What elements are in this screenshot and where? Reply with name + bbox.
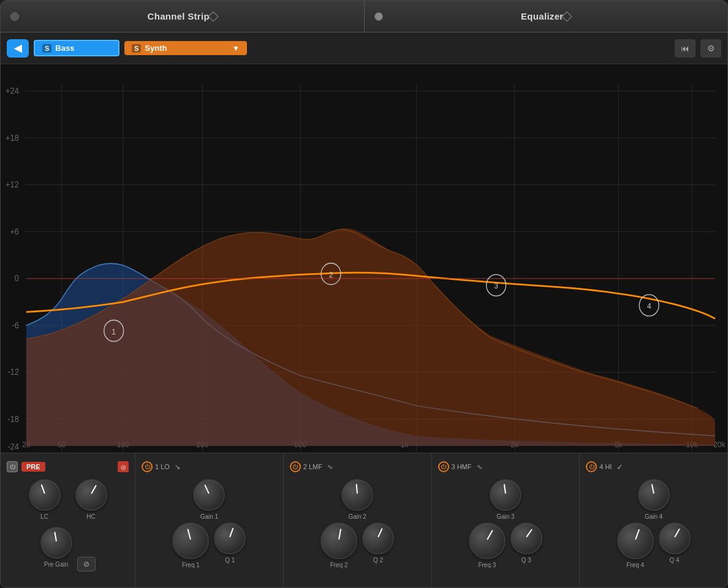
equalizer-circle — [374, 12, 383, 21]
band-3-gain-col: Gain 3 — [490, 479, 521, 520]
band-1-gain-label: Gain 1 — [200, 513, 218, 520]
band-4-freq-label: Freq 4 — [626, 562, 644, 568]
band-1-header: ⏻ 1 LO ↘ — [142, 458, 277, 475]
band-1-q-knob[interactable] — [214, 522, 246, 554]
hc-knob[interactable] — [75, 479, 107, 511]
phase-btn-col: ⊘ — [77, 522, 96, 571]
bass-track-tab[interactable]: S Bass — [34, 40, 119, 56]
band-2-freq-label: Freq 2 — [330, 562, 348, 568]
band-3-gain-knob[interactable] — [490, 479, 521, 511]
svg-text:-6: -6 — [12, 320, 19, 330]
synth-track-tab[interactable]: S Synth ▼ — [124, 41, 247, 55]
pre-section: ⏻ PRE ◎ LC HC Pre Gain — [1, 453, 135, 587]
pre-gain-knob[interactable] — [40, 527, 72, 559]
tab-bar: ◀ S Bass S Synth ▼ ⏮ ⚙ — [1, 32, 727, 64]
band-4-q-knob[interactable] — [659, 522, 691, 554]
band-2-gain-knob[interactable] — [341, 479, 373, 511]
pre-target-icon: ◎ — [118, 461, 129, 472]
equalizer-section: Equalizer — [365, 1, 728, 32]
settings-button[interactable]: ⚙ — [700, 39, 721, 58]
band-2-freq-col: Freq 2 — [320, 522, 357, 568]
band-3-bottom-row: Freq 3 Q 3 — [438, 522, 574, 568]
svg-text:-18: -18 — [7, 414, 19, 424]
band-2-q-knob[interactable] — [362, 522, 394, 554]
band-3-q-col: Q 3 — [510, 522, 542, 568]
band-4-freq-knob[interactable] — [617, 522, 654, 559]
channel-strip-title: Channel Strip — [148, 11, 210, 21]
band-1-section: ⏻ 1 LO ↘ Gain 1 Freq 1 — [135, 453, 284, 587]
band-1-gain-knob[interactable] — [193, 479, 225, 511]
band-2-q-label: Q 2 — [373, 557, 383, 564]
pre-header: ⏻ PRE ◎ — [7, 458, 129, 475]
eq-graph-container[interactable]: +24 +18 +12 +6 0 -6 -12 -18 -24 20 50 10… — [1, 64, 727, 453]
channel-strip-section: Channel Strip — [1, 1, 364, 32]
band-1-q-label: Q 1 — [225, 557, 235, 564]
svg-text:+18: +18 — [6, 133, 19, 143]
synth-label: Synth — [145, 43, 167, 53]
hc-label: HC — [86, 513, 95, 520]
settings-icon: ⚙ — [707, 43, 715, 53]
band-4-type-icon: ✓ — [616, 462, 623, 472]
band-3-q-knob[interactable] — [510, 522, 542, 554]
band-1-gain-col: Gain 1 — [193, 479, 225, 520]
band-3-freq-label: Freq 3 — [478, 562, 496, 568]
band-2-gain-row: Gain 2 — [290, 479, 425, 520]
phase-icon: ⊘ — [83, 560, 89, 568]
band-1-freq-col: Freq 1 — [172, 522, 209, 568]
svg-text:1: 1 — [112, 327, 116, 336]
band-2-gain-label: Gain 2 — [348, 513, 366, 520]
band-2-label: 2 LMF — [303, 463, 322, 470]
band-1-q-col: Q 1 — [214, 522, 246, 568]
band-1-freq-knob[interactable] — [172, 522, 209, 559]
title-bar: Channel Strip Equalizer — [1, 1, 727, 32]
reset-button[interactable]: ⏮ — [675, 39, 696, 58]
plugin-window: Channel Strip Equalizer ◀ S Bass S Synth… — [0, 0, 728, 588]
band-1-label: 1 LO — [155, 463, 170, 470]
band-3-type-icon: ∿ — [477, 463, 482, 471]
phase-button[interactable]: ⊘ — [77, 557, 96, 571]
pre-top-knobs: LC HC — [29, 479, 107, 520]
back-button[interactable]: ◀ — [7, 39, 29, 58]
band-4-power-button[interactable]: ⏻ — [586, 461, 597, 472]
lc-label: LC — [40, 513, 48, 520]
back-arrow-icon: ◀ — [14, 42, 21, 54]
band-4-freq-col: Freq 4 — [617, 522, 654, 568]
pre-power-symbol: ⏻ — [10, 464, 15, 470]
svg-text:2: 2 — [329, 270, 333, 279]
band-4-gain-label: Gain 4 — [645, 513, 662, 520]
band-3-section: ⏻ 3 HMF ∿ Gain 3 Freq 3 — [432, 453, 580, 587]
bass-label: Bass — [55, 43, 74, 53]
band-1-power-button[interactable]: ⏻ — [142, 461, 153, 472]
bass-s-badge: S — [42, 44, 51, 53]
band-3-freq-col: Freq 3 — [469, 522, 506, 568]
band-3-power-button[interactable]: ⏻ — [438, 461, 449, 472]
pre-power-icon[interactable]: ⏻ — [7, 461, 18, 472]
svg-text:+6: +6 — [10, 227, 19, 236]
pre-gain-knob-col: Pre Gain — [40, 527, 72, 568]
band-2-type-icon: ∿ — [327, 463, 333, 471]
band-2-header: ⏻ 2 LMF ∿ — [290, 458, 425, 475]
band-3-q-label: Q 3 — [521, 557, 531, 564]
band-3-freq-knob[interactable] — [469, 522, 506, 559]
equalizer-title: Equalizer — [521, 11, 563, 21]
band-2-gain-col: Gain 2 — [341, 479, 373, 520]
pre-label[interactable]: PRE — [21, 462, 45, 472]
svg-text:+12: +12 — [6, 180, 19, 190]
band-4-header: ⏻ 4 HI ✓ — [586, 458, 721, 475]
svg-text:4: 4 — [647, 301, 651, 311]
band-1-type-icon: ↘ — [175, 463, 180, 471]
eq-graph: +24 +18 +12 +6 0 -6 -12 -18 -24 20 50 10… — [1, 64, 727, 453]
svg-text:0: 0 — [15, 274, 20, 284]
band-4-gain-knob[interactable] — [638, 479, 670, 511]
lc-knob[interactable] — [29, 479, 61, 511]
equalizer-diamond-icon — [562, 11, 572, 21]
band-4-label: 4 HI — [599, 463, 612, 470]
band-3-label: 3 HMF — [452, 463, 472, 470]
svg-text:-24: -24 — [7, 442, 19, 451]
traffic-light — [10, 12, 19, 21]
synth-s-badge: S — [132, 44, 141, 53]
band-1-freq-label: Freq 1 — [182, 562, 200, 568]
band-2-power-button[interactable]: ⏻ — [290, 461, 301, 472]
band-2-freq-knob[interactable] — [320, 522, 357, 559]
svg-text:-12: -12 — [7, 368, 19, 377]
